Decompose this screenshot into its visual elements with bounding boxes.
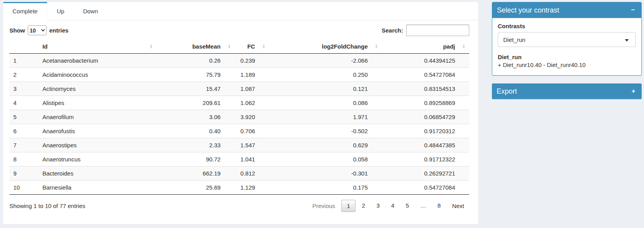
page-button-3[interactable]: 3	[371, 200, 385, 212]
contrast-detail: Diet_run + Diet_runr10.40 - Diet_runr40.…	[498, 53, 636, 69]
table-row[interactable]: 2Acidaminococcus75.791.1890.2500.5472708…	[9, 68, 469, 82]
table-row[interactable]: 1Acetanaerobacterium0.260.239-2.0660.443…	[9, 54, 469, 68]
search-control: Search:	[382, 25, 469, 36]
cell-padj: 0.26292721	[382, 166, 469, 181]
page-number-buttons: 12345…8	[340, 200, 446, 212]
tab-down[interactable]: Down	[74, 2, 107, 20]
header-padj[interactable]: padj ▲▼	[382, 40, 469, 54]
cell-basemean: 2.33	[156, 138, 235, 152]
contrast-select-value: Diet_run	[503, 36, 526, 43]
cell-rownum: 6	[9, 124, 39, 138]
cell-padj: 0.06854729	[382, 110, 469, 124]
collapse-icon[interactable]: −	[630, 6, 637, 14]
expand-icon[interactable]: +	[630, 87, 637, 95]
cell-log2foldchange: 0.086	[269, 96, 382, 110]
cell-id: Anaerofilum	[39, 110, 156, 124]
cell-basemean: 0.40	[156, 124, 235, 138]
page-length-select[interactable]: 10	[28, 25, 47, 35]
chevron-down-icon	[625, 39, 629, 42]
cell-id: Acetanaerobacterium	[39, 54, 156, 68]
table-row[interactable]: 5Anaerofilum3.063.9201.9710.06854729	[9, 110, 469, 124]
contrast-detail-title: Diet_run	[498, 53, 636, 61]
pagination: Previous 12345…8 Next	[306, 200, 469, 212]
cell-rownum: 9	[9, 166, 39, 181]
sort-icon: ▲▼	[462, 44, 465, 49]
cell-fc: 1.547	[235, 138, 269, 152]
page-button-8[interactable]: 8	[432, 200, 446, 212]
cell-fc: 0.812	[235, 166, 269, 181]
tab-complete[interactable]: Complete	[3, 2, 47, 20]
page-button-4[interactable]: 4	[386, 200, 399, 212]
cell-rownum: 10	[9, 181, 39, 195]
cell-padj: 0.54727084	[382, 181, 469, 195]
cell-fc: 1.129	[235, 181, 269, 195]
contrast-panel: Select your contrast − Contrasts Diet_ru…	[492, 2, 642, 76]
table-row[interactable]: 7Anaerostipes2.331.5470.6290.48447385	[9, 138, 469, 152]
contrast-select[interactable]: Diet_run	[498, 32, 636, 47]
page-button-2[interactable]: 2	[357, 200, 370, 212]
header-fc[interactable]: FC ▲▼	[235, 40, 269, 54]
cell-padj: 0.54727084	[382, 68, 469, 82]
table-footer: Showing 1 to 10 of 77 entries Previous 1…	[3, 195, 478, 212]
contrasts-label: Contrasts	[498, 23, 636, 29]
sort-icon: ▲▼	[228, 44, 231, 49]
header-log2foldchange[interactable]: log2FoldChange ▲▼	[269, 40, 382, 54]
cell-log2foldchange: 0.058	[269, 152, 382, 166]
cell-log2foldchange: 0.629	[269, 138, 382, 152]
page-button-1[interactable]: 1	[341, 200, 355, 212]
cell-fc: 1.041	[235, 152, 269, 166]
cell-id: Anaerotruncus	[39, 152, 156, 166]
page: Complete Up Down Show 10 entries Search:	[0, 0, 644, 224]
cell-basemean: 662.19	[156, 166, 235, 181]
tab-up[interactable]: Up	[47, 2, 74, 20]
previous-page-button[interactable]: Previous	[307, 200, 340, 212]
length-control: Show 10 entries	[9, 25, 68, 35]
header-id-label: Id	[42, 43, 47, 50]
header-id[interactable]: Id ▲▼	[39, 40, 156, 54]
cell-padj: 0.83154513	[382, 82, 469, 96]
cell-basemean: 75.79	[156, 68, 235, 82]
contrast-panel-title: Select your contrast	[497, 6, 559, 14]
entries-label: entries	[49, 27, 68, 34]
sort-icon: ▲▼	[375, 44, 378, 49]
search-label: Search:	[382, 27, 403, 34]
cell-fc: 1.087	[235, 82, 269, 96]
cell-fc: 0.706	[235, 124, 269, 138]
search-input[interactable]	[406, 25, 469, 36]
results-box: Complete Up Down Show 10 entries Search:	[3, 2, 478, 224]
header-basemean[interactable]: baseMean ▲▼	[156, 40, 235, 54]
cell-basemean: 0.26	[156, 54, 235, 68]
table-row[interactable]: 4Alistipes209.611.0620.0860.89258869	[9, 96, 469, 110]
cell-id: Anaerostipes	[39, 138, 156, 152]
header-log2foldchange-label: log2FoldChange	[322, 43, 368, 50]
cell-rownum: 1	[9, 54, 39, 68]
export-panel-title: Export	[497, 87, 517, 96]
table-row[interactable]: 9Bacteroides662.190.812-0.3010.26292721	[9, 166, 469, 181]
page-ellipsis: …	[415, 200, 431, 212]
cell-fc: 0.239	[235, 54, 269, 68]
cell-padj: 0.91720312	[382, 124, 469, 138]
cell-log2foldchange: -0.301	[269, 166, 382, 181]
contrast-panel-header: Select your contrast −	[492, 2, 641, 18]
cell-id: Barnesiella	[39, 181, 156, 195]
cell-fc: 1.062	[235, 96, 269, 110]
cell-padj: 0.89258869	[382, 96, 469, 110]
cell-log2foldchange: -0.502	[269, 124, 382, 138]
next-page-button[interactable]: Next	[447, 200, 469, 212]
results-table: Id ▲▼ baseMean ▲▼ FC ▲▼ log2FoldChange	[9, 40, 469, 195]
cell-rownum: 7	[9, 138, 39, 152]
table-row[interactable]: 10Barnesiella25.691.1290.1750.54727084	[9, 181, 469, 195]
header-basemean-label: baseMean	[192, 43, 221, 50]
table-row[interactable]: 8Anaerotruncus90.721.0410.0580.91712322	[9, 152, 469, 166]
table-row[interactable]: 6Anaerofustis0.400.706-0.5020.91720312	[9, 124, 469, 138]
cell-padj: 0.91712322	[382, 152, 469, 166]
cell-id: Actinomyces	[39, 82, 156, 96]
page-button-5[interactable]: 5	[400, 200, 414, 212]
table-row[interactable]: 3Actinomyces15.471.0870.1210.83154513	[9, 82, 469, 96]
export-panel-header[interactable]: Export +	[492, 83, 642, 99]
cell-log2foldchange: 0.250	[269, 68, 382, 82]
table-header-row: Id ▲▼ baseMean ▲▼ FC ▲▼ log2FoldChange	[9, 40, 469, 54]
data-table-wrapper: Id ▲▼ baseMean ▲▼ FC ▲▼ log2FoldChange	[3, 40, 478, 195]
cell-rownum: 3	[9, 82, 39, 96]
cell-basemean: 90.72	[156, 152, 235, 166]
